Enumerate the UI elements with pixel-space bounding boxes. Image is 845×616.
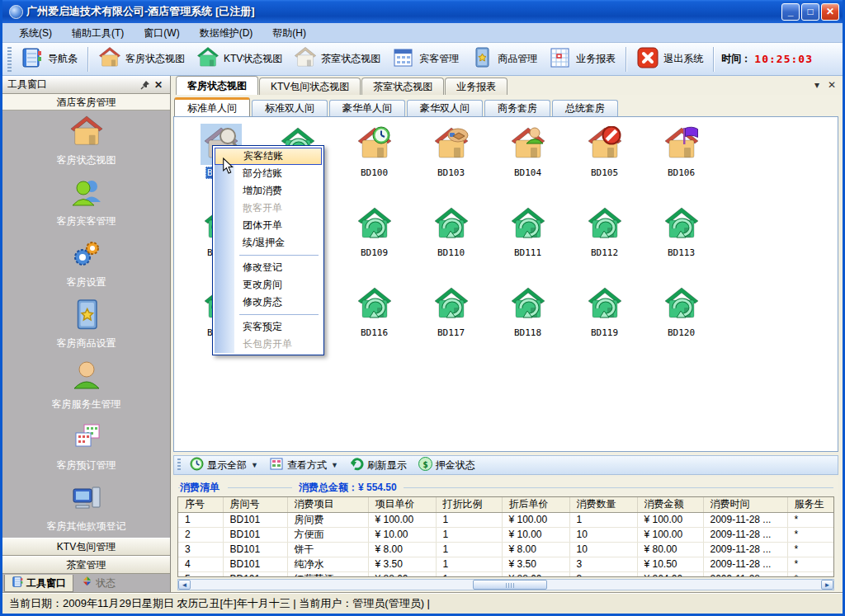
column-header[interactable]: 消费数量	[569, 497, 637, 512]
column-header[interactable]: 房间号	[223, 497, 287, 512]
chevron-down-icon[interactable]: ▼	[251, 461, 258, 469]
toolbar-button-ktv-status-view[interactable]: KTV状态视图	[191, 44, 288, 74]
menu-item-system[interactable]: 系统(S)	[9, 24, 62, 42]
room-BD106[interactable]: BD106	[643, 124, 720, 204]
table-row[interactable]: 3BD101饼干¥ 8.001¥ 8.0010¥ 80.002009-11-28…	[178, 542, 834, 557]
menu-item-data-maintain[interactable]: 数据维护(D)	[190, 24, 263, 42]
toolbar-button-tearoom-status-view[interactable]: 茶室状态视图	[288, 44, 386, 74]
room-vacant-icon	[431, 204, 472, 245]
scroll-right-icon[interactable]: ►	[821, 580, 833, 590]
context-menu-item-long-term-open-bill: 长包房开单	[215, 336, 322, 353]
room-BD111[interactable]: BD111	[489, 204, 566, 284]
column-header[interactable]: 序号	[178, 497, 223, 512]
column-header[interactable]: 打折比例	[436, 497, 502, 512]
tab-deluxe-single[interactable]: 豪华单人间	[329, 100, 405, 116]
close-icon[interactable]: ✕	[152, 78, 165, 92]
room-BD105[interactable]: BD105	[566, 124, 643, 204]
menu-item-window[interactable]: 窗口(W)	[134, 24, 189, 42]
context-menu-item-group-open-bill[interactable]: 团体开单	[215, 217, 322, 234]
sidebar-tab-tool-window[interactable]: 工具窗口	[4, 575, 73, 592]
tab-std-single[interactable]: 标准单人间	[174, 97, 250, 116]
maximize-button[interactable]: □	[801, 3, 819, 21]
room-BD109[interactable]: BD109	[336, 204, 413, 284]
room-BD103[interactable]: BD103	[413, 124, 489, 204]
context-menu-item-renew-refund-deposit[interactable]: 续/退押金	[215, 234, 322, 252]
toolbar-button-goods-mgmt[interactable]: 商品管理	[465, 44, 543, 74]
pin-icon[interactable]	[139, 78, 152, 92]
tab-president-suite[interactable]: 总统套房	[552, 100, 618, 116]
sidebar-group-ktv-room-mgmt[interactable]: KTV包间管理	[2, 538, 170, 556]
context-menu-item-guest-reserve[interactable]: 宾客预定	[215, 318, 322, 336]
sidebar-item-room-status-view[interactable]: 客房状态视图	[2, 111, 170, 172]
table-row[interactable]: 2BD101方便面¥ 10.001¥ 10.0010¥ 100.002009-1…	[178, 527, 834, 542]
context-menu-separator	[239, 314, 319, 315]
sidebar-group-tearoom-mgmt[interactable]: 茶室管理	[2, 556, 170, 574]
chevron-down-icon[interactable]: ▼	[331, 461, 338, 469]
sidebar-item-room-other-fees[interactable]: 客房其他款项登记	[2, 477, 170, 538]
sidebar-item-room-waiter-mgmt[interactable]: 客房服务生管理	[2, 355, 170, 416]
tab-ktv-room-status-view[interactable]: KTV包间状态视图	[259, 78, 361, 95]
context-menu-item-modify-room-state[interactable]: 修改房态	[215, 294, 322, 311]
room-BD104[interactable]: BD104	[489, 124, 566, 204]
column-header[interactable]: 服务生	[787, 497, 834, 512]
toolbar-grip[interactable]	[7, 47, 12, 72]
tab-business-suite[interactable]: 商务套房	[484, 100, 550, 116]
room-vacant-icon	[661, 204, 702, 245]
table-row[interactable]: 4BD101纯净水¥ 3.501¥ 3.503¥ 10.502009-11-28…	[178, 557, 834, 571]
column-header[interactable]: 消费项目	[287, 497, 368, 512]
room-BD112[interactable]: BD112	[566, 204, 643, 284]
column-header[interactable]: 折后单价	[502, 497, 569, 512]
scrollbar-thumb[interactable]	[473, 580, 547, 590]
room-BD113[interactable]: BD113	[643, 204, 720, 284]
house-red-icon	[98, 46, 121, 72]
context-menu-item-add-consumption[interactable]: 增加消费	[215, 182, 322, 200]
room-BD110[interactable]: BD110	[413, 204, 489, 284]
exit-icon	[636, 46, 659, 72]
close-tab-icon[interactable]: ✕	[828, 79, 836, 91]
tab-deluxe-double[interactable]: 豪华双人间	[407, 100, 483, 116]
title-bar[interactable]: 广州爱启迪技术有限公司-酒店管理系统 [已注册] _ □ ✕	[2, 0, 843, 23]
table-row[interactable]: 1BD101房间费¥ 100.001¥ 100.001¥ 100.002009-…	[178, 512, 834, 527]
toolbar-button-guest-mgmt[interactable]: 宾客管理	[386, 44, 465, 74]
sidebar-item-room-guest-mgmt[interactable]: 客房宾客管理	[2, 172, 170, 233]
tab-room-status-view[interactable]: 客房状态视图	[176, 76, 258, 95]
room-BD100[interactable]: BD100	[336, 124, 413, 204]
minimize-button[interactable]: _	[781, 3, 800, 21]
column-header[interactable]: 项目单价	[368, 497, 436, 512]
column-header[interactable]: 消费时间	[703, 497, 787, 512]
room-BD117[interactable]: BD117	[413, 284, 489, 364]
menu-item-aux-tools[interactable]: 辅助工具(T)	[62, 24, 134, 42]
view-toolbar-button-deposit-status[interactable]: $押金状态	[413, 456, 481, 474]
table-row[interactable]: 5BD101红葡萄酒¥ 88.001¥ 88.003¥ 264.002009-1…	[178, 571, 834, 577]
context-menu-item-modify-registration[interactable]: 修改登记	[215, 259, 322, 276]
menu-item-help[interactable]: 帮助(H)	[262, 24, 316, 42]
toolbar-button-business-report[interactable]: 业务报表	[543, 44, 621, 74]
toolbar-button-navigator[interactable]: 导航条	[15, 44, 83, 74]
toolbar-button-room-status-view[interactable]: 客房状态视图	[92, 44, 191, 74]
view-toolbar-button-view-mode[interactable]: 查看方式▼	[264, 456, 344, 474]
viewmode-icon	[270, 457, 284, 473]
tab-business-report[interactable]: 业务报表	[445, 78, 507, 95]
sidebar-tab-status[interactable]: 状态	[73, 575, 123, 592]
view-toolbar-button-show-all[interactable]: 显示全部▼	[184, 456, 264, 474]
close-button[interactable]: ✕	[821, 3, 839, 21]
room-BD119[interactable]: BD119	[566, 284, 643, 364]
chevron-down-icon[interactable]: ▾	[814, 79, 819, 91]
sidebar-item-room-goods-settings[interactable]: 客房商品设置	[2, 294, 170, 355]
tab-std-double[interactable]: 标准双人间	[252, 100, 328, 116]
tab-tearoom-status-view[interactable]: 茶室状态视图	[361, 78, 444, 95]
view-toolbar-grip[interactable]	[177, 458, 181, 472]
context-menu-item-change-room[interactable]: 更改房间	[215, 276, 322, 294]
app-window: 广州爱启迪技术有限公司-酒店管理系统 [已注册] _ □ ✕ 系统(S)辅助工具…	[0, 0, 845, 616]
horizontal-scrollbar[interactable]: ◄ ►	[177, 579, 834, 590]
view-toolbar-button-refresh-display[interactable]: 刷新显示	[344, 456, 413, 474]
toolbar-button-exit-system[interactable]: 退出系统	[630, 44, 709, 74]
sidebar-item-room-booking-mgmt[interactable]: 客房预订管理	[2, 416, 170, 477]
room-BD118[interactable]: BD118	[489, 284, 566, 364]
room-BD116[interactable]: BD116	[336, 284, 413, 364]
sidebar-item-room-settings[interactable]: 客房设置	[2, 233, 170, 294]
room-BD120[interactable]: BD120	[643, 284, 720, 364]
calendar-icon	[392, 46, 415, 72]
scroll-left-icon[interactable]: ◄	[178, 580, 191, 590]
column-header[interactable]: 消费金额	[637, 497, 703, 512]
